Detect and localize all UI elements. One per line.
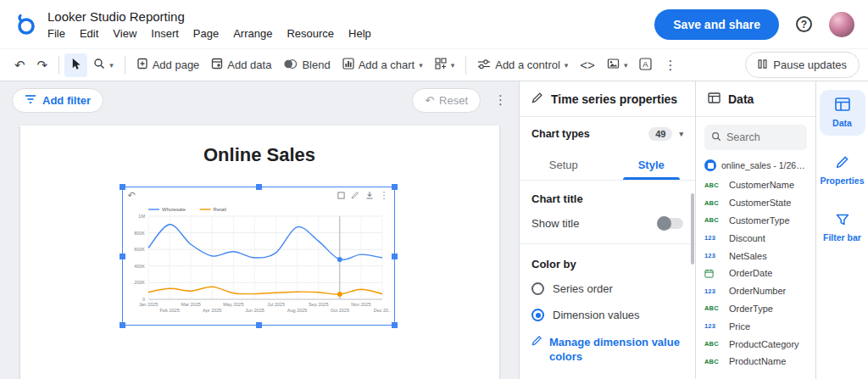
radio-dimension-values-label: Dimension values [553, 309, 640, 321]
pause-updates-button[interactable]: Pause updates [745, 52, 860, 78]
field-netsales[interactable]: 123NetSales [696, 247, 815, 265]
filter-list-icon [25, 94, 36, 107]
undo-button[interactable]: ↶ [8, 55, 31, 75]
main-content: Add filter ↶ Reset ⋮ Online Sales ↶ [0, 81, 868, 379]
blend-icon [283, 59, 298, 72]
field-name: Price [729, 321, 750, 332]
search-input[interactable] [726, 131, 794, 143]
looker-studio-logo-icon[interactable] [14, 13, 37, 36]
number-field-icon: 123 [704, 234, 723, 242]
field-productname[interactable]: ABCProductName [696, 353, 815, 371]
add-chart-button[interactable]: Add a chart ▾ [337, 53, 429, 76]
report-page[interactable]: Online Sales ↶ ⋮ 0200K400K600K800K1MJan … [20, 125, 499, 379]
save-and-share-button[interactable]: Save and share [654, 9, 779, 40]
add-page-label: Add page [153, 59, 200, 71]
resize-handle-nw[interactable] [120, 184, 125, 190]
tab-style[interactable]: Style [608, 151, 696, 180]
chart-fullscreen-icon[interactable] [337, 192, 345, 199]
redo-button[interactable]: ↷ [31, 55, 54, 75]
toolbar-more-button[interactable]: ⋮ [658, 55, 682, 75]
field-customerstate[interactable]: ABCCustomerState [696, 194, 815, 212]
more-vertical-icon: ⋮ [664, 59, 676, 71]
chart-edit-icon[interactable] [351, 191, 359, 199]
menu-arrange[interactable]: Arrange [233, 27, 272, 40]
search-box [704, 125, 807, 150]
canvas-more-menu[interactable]: ⋮ [491, 91, 510, 109]
svg-text:A: A [643, 59, 649, 69]
canvas-toolbar: Add filter ↶ Reset ⋮ [0, 81, 519, 119]
add-data-button[interactable]: Add data [205, 53, 277, 76]
field-ordernumber[interactable]: 123OrderNumber [696, 282, 815, 300]
blend-button[interactable]: Blend [277, 54, 336, 76]
chart-more-icon[interactable]: ⋮ [380, 190, 389, 200]
add-data-label: Add data [227, 59, 271, 71]
field-productcategory[interactable]: ABCProductCategory [696, 335, 815, 353]
field-ordertype[interactable]: ABCOrderType [696, 300, 815, 318]
show-title-toggle[interactable] [658, 218, 683, 229]
chart-download-icon[interactable] [365, 191, 374, 199]
text-field-icon: ABC [704, 358, 723, 365]
menu-file[interactable]: File [47, 27, 65, 40]
reset-button[interactable]: ↶ Reset [412, 88, 481, 113]
zoom-tool-button[interactable]: ▾ [87, 53, 120, 76]
community-visualizations-button[interactable]: ▾ [429, 53, 461, 76]
chevron-down-icon: ▾ [109, 61, 114, 70]
help-icon[interactable]: ? [796, 16, 812, 32]
chart-types-selector[interactable]: Chart types 49 ▾ [520, 117, 695, 151]
show-title-row: Show title [531, 217, 683, 230]
data-source-row[interactable]: online_sales - 1/26/26,... [696, 153, 815, 176]
embed-url-button[interactable]: <> [574, 55, 601, 75]
resize-handle-s[interactable] [256, 322, 262, 328]
rail-properties-label: Properties [821, 176, 865, 186]
rail-data-button[interactable]: Data [820, 90, 865, 136]
menu-help[interactable]: Help [348, 27, 371, 40]
radio-dimension-values[interactable]: Dimension values [531, 309, 683, 321]
resize-handle-e[interactable] [392, 254, 398, 259]
menu-resource[interactable]: Resource [287, 27, 334, 40]
page-title-text[interactable]: Online Sales [20, 125, 499, 166]
control-slider-icon [477, 59, 491, 72]
add-text-button[interactable]: A [633, 53, 658, 77]
rail-filter-bar-button[interactable]: Filter bar [820, 205, 865, 251]
resize-handle-n[interactable] [256, 184, 262, 190]
data-panel-header: Data [696, 81, 815, 117]
menu-edit[interactable]: Edit [80, 27, 98, 40]
add-image-button[interactable]: ▾ [601, 54, 634, 75]
panel-scrollbar[interactable] [691, 193, 694, 265]
resize-handle-ne[interactable] [392, 184, 398, 190]
tab-setup[interactable]: Setup [520, 151, 608, 180]
resize-handle-sw[interactable] [120, 322, 125, 328]
svg-text:Retail: Retail [213, 207, 225, 212]
chart-undo-icon[interactable]: ↶ [128, 190, 136, 200]
chart-title-section-header: Chart title [531, 192, 683, 205]
rail-properties-button[interactable]: Properties [820, 148, 865, 193]
select-tool-button[interactable] [64, 53, 87, 77]
menu-page[interactable]: Page [193, 27, 219, 40]
field-discount[interactable]: 123Discount [696, 229, 815, 247]
resize-handle-se[interactable] [392, 322, 398, 328]
field-customername[interactable]: ABCCustomerName [696, 176, 815, 194]
add-filter-button[interactable]: Add filter [12, 88, 103, 113]
text-field-icon: ABC [704, 216, 723, 224]
resize-handle-w[interactable] [120, 254, 125, 259]
menu-insert[interactable]: Insert [151, 27, 179, 40]
menu-view[interactable]: View [113, 27, 136, 40]
show-title-label: Show title [531, 217, 579, 230]
chevron-down-icon: ▾ [624, 61, 628, 70]
pencil-icon [836, 155, 849, 172]
radio-series-order[interactable]: Series order [531, 282, 683, 295]
community-viz-icon [435, 58, 447, 72]
avatar[interactable] [829, 12, 854, 37]
date-field-icon [704, 269, 723, 278]
field-customertype[interactable]: ABCCustomerType [696, 212, 815, 230]
time-series-chart-widget[interactable]: ↶ ⋮ 0200K400K600K800K1MJan 2025Feb 2025M… [122, 187, 395, 326]
add-page-button[interactable]: Add page [131, 53, 206, 76]
field-orderdate[interactable]: OrderDate [696, 265, 815, 282]
svg-text:Feb 2025: Feb 2025 [159, 308, 179, 313]
add-control-button[interactable]: Add a control ▾ [471, 54, 574, 76]
chevron-down-icon: ▾ [565, 61, 569, 70]
text-field-icon: ABC [704, 340, 723, 348]
field-price[interactable]: 123Price [696, 317, 815, 335]
manage-dimension-colors-link[interactable]: Manage dimension value colors [531, 335, 683, 364]
data-source-icon [704, 159, 716, 171]
